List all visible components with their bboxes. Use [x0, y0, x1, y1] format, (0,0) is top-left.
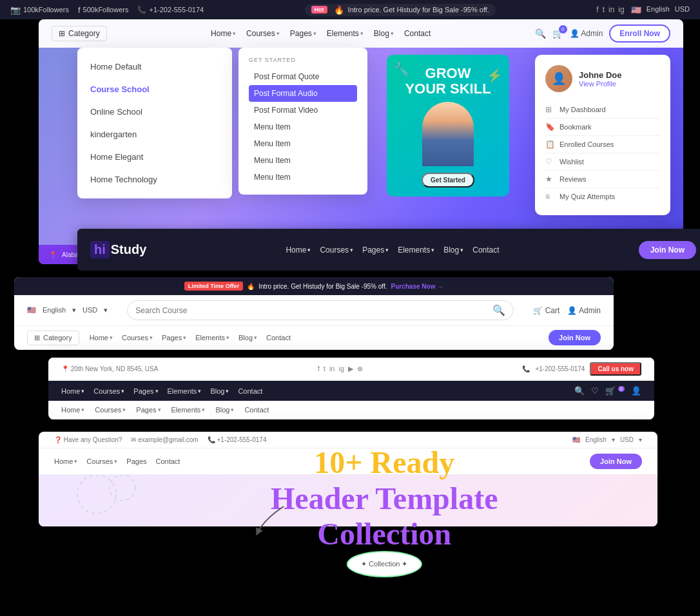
dark-nav-courses[interactable]: Courses ▾: [320, 245, 353, 255]
menu-item-home-default[interactable]: Home Default: [77, 55, 232, 78]
fw2-nav-blog[interactable]: Blog ▾: [210, 387, 229, 395]
fw3-nav-contact[interactable]: Contact: [156, 457, 180, 465]
fw2-li-icon[interactable]: in: [329, 365, 335, 373]
profile-menu-bookmark[interactable]: 🔖 Bookmark: [545, 119, 660, 136]
fw2-fb-icon[interactable]: f: [318, 365, 320, 373]
float-window-3: ❓ Have any Question? ✉ example@gmail.com…: [39, 432, 657, 526]
profile-menu-enrolled[interactable]: 📋 Enrolled Courses: [545, 136, 660, 153]
language-selector[interactable]: English: [647, 5, 670, 15]
instagram-icon[interactable]: ig: [618, 5, 624, 14]
gs-post-format-audio[interactable]: Post Format Audio: [249, 85, 357, 102]
fw1-nav-home[interactable]: Home ▾: [90, 334, 113, 342]
search-icon[interactable]: 🔍: [535, 28, 546, 39]
fw2-dark-nav: Home ▾ Courses ▾ Pages ▾ Elements ▾ Blog…: [48, 381, 654, 401]
fw3-join-button[interactable]: Join Now: [590, 454, 642, 469]
fw2-user-icon[interactable]: 👤: [631, 386, 641, 396]
menu-item-home-elegant[interactable]: Home Elegant: [77, 146, 232, 168]
admin-link[interactable]: 👤 Admin: [570, 29, 603, 38]
fw1-join-button[interactable]: Join Now: [549, 330, 601, 345]
menu-item-course-school[interactable]: Course School: [77, 78, 232, 101]
fw1-category-button[interactable]: ⊞ Category: [27, 331, 79, 345]
promo-banner[interactable]: Hot 🔥 Intro price. Get Histudy for Big S…: [305, 4, 496, 16]
fw2-nav-home[interactable]: Home ▾: [61, 387, 84, 395]
gs-menu-item-1[interactable]: Menu Item: [249, 119, 357, 135]
fw1-grid-icon: ⊞: [34, 334, 40, 342]
nav-courses[interactable]: Courses ▾: [246, 29, 280, 38]
fw3-nav-pages[interactable]: Pages: [126, 457, 146, 465]
purchase-now-link[interactable]: Purchase Now →: [391, 283, 444, 290]
fw1-nav-blog[interactable]: Blog ▾: [238, 334, 257, 342]
fw1-lang-currency: 🇺🇸 English ▾ USD ▾: [27, 306, 108, 314]
fw1-nav-courses[interactable]: Courses ▾: [122, 334, 153, 342]
currency-selector[interactable]: USD: [675, 5, 690, 15]
fw2-search-icon[interactable]: 🔍: [574, 386, 585, 396]
gs-post-format-quote[interactable]: Post Format Quote: [249, 68, 357, 85]
fw1-nav-pages[interactable]: Pages ▾: [162, 334, 186, 342]
nav-contact[interactable]: Contact: [404, 29, 431, 38]
facebook-icon[interactable]: f: [596, 5, 598, 14]
dark-nav-home[interactable]: Home ▾: [286, 245, 311, 255]
fw3-language[interactable]: English: [585, 436, 607, 443]
nav-elements[interactable]: Elements ▾: [327, 29, 364, 38]
profile-menu-dashboard[interactable]: ⊞ My Dashboard: [545, 101, 660, 119]
fw3-currency[interactable]: USD: [620, 436, 634, 443]
fw1-nav-contact[interactable]: Contact: [266, 334, 291, 342]
fw3-nav-home[interactable]: Home ▾: [54, 457, 77, 465]
fw1-currency[interactable]: USD: [83, 306, 97, 314]
fw2-nav-pages[interactable]: Pages ▾: [133, 387, 158, 395]
fw1-nav-elements[interactable]: Elements ▾: [195, 334, 229, 342]
menu-item-online-school[interactable]: Online School: [77, 101, 232, 123]
fw1-cart[interactable]: 🛒 Cart: [533, 306, 559, 315]
fw2-main-blog[interactable]: Blog ▾: [215, 406, 234, 414]
dark-nav-blog[interactable]: Blog ▾: [443, 245, 463, 255]
fw1-search-bar[interactable]: 🔍: [127, 300, 514, 320]
dark-nav-pages[interactable]: Pages ▾: [362, 245, 389, 255]
profile-menu-wishlist[interactable]: ♡ Wishlist: [545, 153, 660, 171]
nav-pages[interactable]: Pages ▾: [290, 29, 316, 38]
nav-home[interactable]: Home ▾: [211, 29, 236, 38]
nav-blog[interactable]: Blog ▾: [374, 29, 394, 38]
fw2-main-pages[interactable]: Pages ▾: [136, 406, 160, 414]
dark-nav-contact[interactable]: Contact: [472, 245, 499, 255]
svg-point-0: [77, 475, 116, 514]
category-button[interactable]: ⊞ Category: [52, 26, 107, 41]
question-icon: ❓: [54, 436, 62, 443]
fw2-yt-icon[interactable]: ▶: [348, 365, 353, 373]
fw2-cart-icon[interactable]: 🛒 0: [605, 386, 625, 396]
fw2-main-contact[interactable]: Contact: [244, 406, 269, 414]
profile-menu-quiz[interactable]: ≡ My Quiz Attempts: [545, 188, 660, 205]
fw3-nav-courses[interactable]: Courses ▾: [86, 457, 117, 465]
dark-nav-elements[interactable]: Elements ▾: [398, 245, 434, 255]
menu-item-kindergarten[interactable]: kindergarten: [77, 123, 232, 146]
fw2-ig-icon[interactable]: ig: [338, 365, 344, 373]
linkedin-icon[interactable]: in: [608, 5, 614, 14]
profile-menu-reviews[interactable]: ★ Reviews: [545, 171, 660, 188]
fw2-main-home[interactable]: Home ▾: [61, 406, 84, 414]
gs-menu-item-2[interactable]: Menu Item: [249, 135, 357, 152]
get-started-cta-button[interactable]: Get Started: [422, 173, 474, 188]
call-us-button[interactable]: Call us now: [590, 362, 641, 376]
join-now-button-dark[interactable]: Join Now: [639, 241, 696, 259]
view-profile-link[interactable]: View Profile: [579, 80, 621, 88]
fw2-heart-icon[interactable]: ♡: [591, 386, 599, 396]
fw1-admin[interactable]: 👤 Admin: [567, 306, 601, 315]
menu-item-home-technology[interactable]: Home Technology: [77, 168, 232, 191]
enroll-now-button[interactable]: Enroll Now: [609, 24, 670, 43]
cart-icon[interactable]: 🛒 0: [552, 28, 563, 39]
gs-menu-item-3[interactable]: Menu Item: [249, 152, 357, 169]
fw1-search-input[interactable]: [135, 306, 487, 315]
fw2-tw-icon[interactable]: t: [324, 365, 326, 373]
fw1-language[interactable]: English: [43, 306, 66, 314]
fw2-nav-contact[interactable]: Contact: [238, 387, 262, 395]
gs-post-format-video[interactable]: Post Format Video: [249, 102, 357, 119]
fw2-main-courses[interactable]: Courses ▾: [95, 406, 126, 414]
dark-header-window: hi Study Home ▾ Courses ▾ Pages ▾ Elemen…: [77, 229, 700, 271]
gs-menu-item-4[interactable]: Menu Item: [249, 169, 357, 186]
fw2-extra-icon[interactable]: ⊕: [357, 365, 363, 373]
fw3-nav: Home ▾ Courses ▾ Pages Contact Join Now: [39, 448, 657, 475]
fw2-phone-area: 📞 +1-202-555-0174 Call us now: [522, 362, 641, 376]
twitter-icon[interactable]: t: [603, 5, 605, 14]
fw2-nav-courses[interactable]: Courses ▾: [93, 387, 124, 395]
fw2-nav-elements[interactable]: Elements ▾: [168, 387, 202, 395]
fw2-main-elements[interactable]: Elements ▾: [171, 406, 206, 414]
